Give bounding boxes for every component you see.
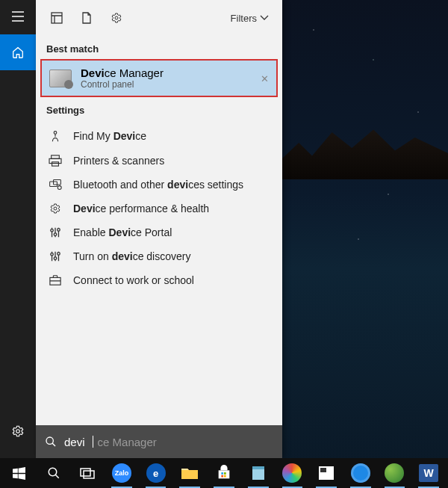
svg-point-16 — [57, 253, 60, 256]
svg-point-15 — [54, 257, 57, 260]
documents-filter-icon[interactable] — [72, 0, 102, 36]
settings-result-label: Enable Device Portal — [73, 226, 172, 238]
settings-section-label: Settings — [36, 97, 282, 120]
chevron-down-icon — [260, 15, 269, 21]
best-match-label: Best match — [36, 36, 282, 59]
taskbar-app-explorer[interactable] — [173, 458, 206, 488]
taskbar-app-browser[interactable] — [344, 458, 377, 488]
svg-point-0 — [16, 430, 20, 433]
taskbar: Zalo e W — [0, 458, 448, 488]
search-button[interactable] — [37, 458, 70, 488]
svg-rect-5 — [49, 158, 61, 163]
sliders-icon — [48, 250, 63, 262]
svg-rect-24 — [221, 475, 223, 478]
taskbar-app-paint[interactable] — [276, 458, 309, 488]
svg-point-19 — [49, 468, 57, 476]
svg-point-14 — [51, 253, 54, 256]
hamburger-icon[interactable] — [0, 0, 36, 33]
svg-rect-23 — [224, 472, 226, 475]
filters-dropdown[interactable]: Filters — [223, 0, 276, 36]
sliders-icon — [48, 226, 63, 238]
taskbar-app-coccoc[interactable] — [379, 458, 411, 488]
svg-rect-21 — [84, 471, 94, 478]
settings-result-label: Device performance & health — [73, 203, 209, 214]
search-icon — [45, 436, 57, 448]
settings-result-label: Find My Device — [73, 130, 146, 142]
settings-result-label: Bluetooth and other devices settings — [73, 179, 243, 191]
settings-result-item[interactable]: Connect to work or school — [36, 268, 282, 292]
settings-result-item[interactable]: Printers & scanners — [36, 149, 282, 173]
panel-top-bar: Filters — [36, 0, 282, 36]
text-caret — [93, 436, 93, 448]
printer-icon — [48, 155, 63, 167]
filters-label: Filters — [231, 13, 257, 24]
svg-rect-4 — [52, 155, 60, 158]
settings-result-item[interactable]: Turn on device discovery — [36, 244, 282, 268]
bluetooth-icon — [48, 179, 63, 191]
svg-rect-1 — [52, 13, 62, 23]
settings-result-item[interactable]: Bluetooth and other devices settings — [36, 173, 282, 197]
svg-point-3 — [54, 132, 57, 135]
best-match-title: Device Manager — [81, 67, 164, 79]
search-ghost-text: ce Manager — [98, 436, 157, 448]
svg-point-9 — [57, 186, 61, 190]
settings-result-label: Connect to work or school — [73, 274, 194, 286]
home-icon[interactable] — [0, 34, 36, 70]
gear-icon — [48, 203, 63, 214]
svg-rect-25 — [224, 475, 226, 478]
svg-point-18 — [46, 437, 53, 444]
taskbar-app-word[interactable]: W — [412, 458, 445, 488]
taskbar-app-notepad[interactable] — [242, 458, 275, 488]
task-view-button[interactable] — [71, 458, 104, 488]
device-manager-icon — [49, 70, 72, 87]
settings-icon[interactable] — [0, 415, 36, 448]
search-typed-text: devi — [64, 436, 85, 448]
svg-point-11 — [51, 229, 54, 232]
taskbar-app-generic[interactable] — [310, 458, 343, 488]
taskbar-app-zalo[interactable]: Zalo — [105, 458, 138, 488]
svg-rect-22 — [221, 472, 223, 475]
svg-point-2 — [115, 16, 118, 19]
taskbar-app-edge[interactable]: e — [140, 458, 172, 488]
briefcase-icon — [48, 274, 63, 286]
svg-rect-27 — [252, 466, 264, 469]
location-icon — [48, 129, 63, 143]
start-sidebar — [0, 0, 36, 458]
settings-filter-icon[interactable] — [102, 0, 131, 36]
svg-rect-20 — [81, 469, 90, 476]
apps-filter-icon[interactable] — [42, 0, 72, 36]
close-icon[interactable]: ✕ — [261, 72, 269, 84]
settings-result-item[interactable]: Enable Device Portal — [36, 220, 282, 244]
svg-rect-6 — [52, 162, 59, 166]
taskbar-app-store[interactable] — [208, 458, 240, 488]
settings-result-label: Turn on device discovery — [73, 250, 190, 262]
settings-results-list: Find My DevicePrinters & scannersBluetoo… — [36, 120, 282, 295]
settings-result-label: Printers & scanners — [73, 155, 164, 167]
best-match-result[interactable]: Device Manager Control panel ✕ — [40, 59, 278, 97]
svg-rect-29 — [320, 468, 326, 472]
search-bar[interactable]: device Manager — [36, 425, 282, 458]
settings-result-item[interactable]: Find My Device — [36, 123, 282, 149]
best-match-subtitle: Control panel — [81, 79, 164, 90]
svg-point-10 — [54, 207, 57, 210]
svg-point-13 — [57, 229, 60, 232]
settings-result-item[interactable]: Device performance & health — [36, 197, 282, 220]
svg-point-12 — [54, 233, 57, 236]
search-panel: Filters Best match Device Manager Contro… — [36, 0, 282, 458]
start-button[interactable] — [3, 458, 36, 488]
